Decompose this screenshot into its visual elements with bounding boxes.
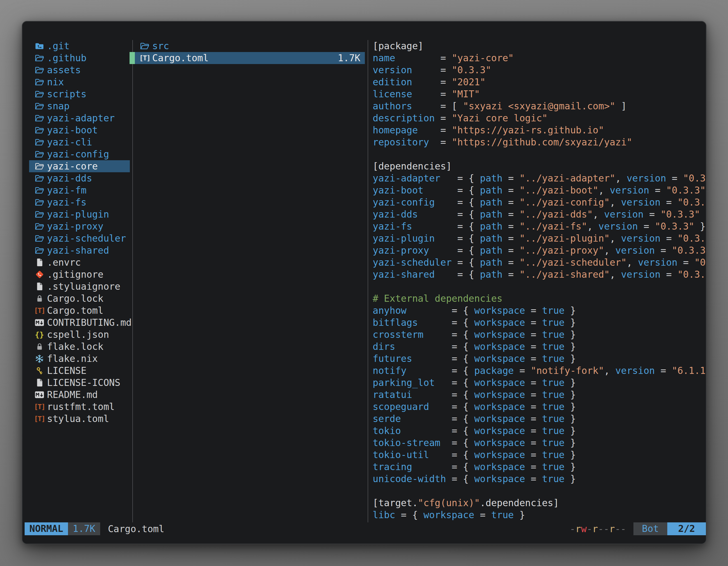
file-name: LICENSE <box>47 365 86 376</box>
preview-line: tokio = { workspace = true } <box>373 425 576 437</box>
preview-line: description = "Yazi core logic" <box>373 112 548 124</box>
sidebar-item-cargo-lock[interactable]: Cargo.lock <box>29 292 130 304</box>
toml-icon: [T] <box>35 414 44 424</box>
markdown-icon <box>35 389 44 400</box>
file-name: flake.nix <box>47 353 98 364</box>
sidebar-item-snap[interactable]: snap <box>29 100 130 112</box>
file-name: yazi-fs <box>47 197 86 208</box>
preview-line: futures = { workspace = true } <box>373 353 576 365</box>
file-name: yazi-cli <box>47 137 92 148</box>
folder-icon <box>35 221 44 232</box>
file-name: yazi-plugin <box>47 209 109 220</box>
pane-divider-left <box>132 40 133 522</box>
lock-icon <box>35 293 44 304</box>
file-name: snap <box>47 101 70 112</box>
sidebar-item-stylua-toml[interactable]: [T]stylua.toml <box>29 413 130 425</box>
folder-icon <box>35 89 44 100</box>
sidebar-item-cspell-json[interactable]: {}cspell.json <box>29 328 130 340</box>
sidebar-item-yazi-cli[interactable]: yazi-cli <box>29 136 130 148</box>
sidebar-item-yazi-shared[interactable]: yazi-shared <box>29 245 130 257</box>
scroll-position-badge: Bot <box>633 522 667 535</box>
folder-icon <box>35 137 44 148</box>
preview-line: yazi-dds = { path = "../yazi-dds", versi… <box>373 208 700 220</box>
folder-icon <box>35 53 44 64</box>
sidebar-item-assets[interactable]: assets <box>29 64 130 76</box>
sidebar-item-yazi-fm[interactable]: yazi-fm <box>29 184 130 196</box>
current-pane-item-src[interactable]: src <box>135 40 365 52</box>
sidebar-item-envrc[interactable]: .envrc <box>29 257 130 269</box>
file-name: yazi-scheduler <box>47 233 126 244</box>
snowflake-icon <box>35 353 44 364</box>
preview-line: unicode-width = { workspace = true } <box>373 473 576 485</box>
preview-line: license = "MIT" <box>373 88 480 100</box>
preview-line: yazi-scheduler = { path = "../yazi-sched… <box>373 257 706 269</box>
file-name: rustfmt.toml <box>47 401 115 412</box>
sidebar-item-nix[interactable]: nix <box>29 76 130 88</box>
sidebar-item-yazi-proxy[interactable]: yazi-proxy <box>29 220 130 233</box>
preview-line: name = "yazi-core" <box>373 52 514 64</box>
folder-icon <box>35 125 44 136</box>
git-icon <box>35 269 44 280</box>
folder-icon <box>35 77 44 88</box>
current-pane-item-cargo-toml[interactable]: [T]Cargo.toml1.7K <box>135 52 365 64</box>
sidebar-item-yazi-dds[interactable]: yazi-dds <box>29 172 130 184</box>
preview-line: dirs = { workspace = true } <box>373 340 576 353</box>
preview-line: anyhow = { workspace = true } <box>373 304 576 316</box>
toml-icon: [T] <box>140 53 149 64</box>
sidebar-item-github[interactable]: .github <box>29 52 130 64</box>
sidebar-item-yazi-plugin[interactable]: yazi-plugin <box>29 208 130 220</box>
file-name: Cargo.toml <box>47 305 104 316</box>
sidebar-item-yazi-config[interactable]: yazi-config <box>29 148 130 160</box>
preview-line: tokio-util = { workspace = true } <box>373 449 576 461</box>
toml-icon: [T] <box>35 305 44 316</box>
preview-line: parking_lot = { workspace = true } <box>373 377 576 389</box>
preview-line: yazi-fs = { path = "../yazi-fs", version… <box>373 220 706 233</box>
preview-line: crossterm = { workspace = true } <box>373 328 576 340</box>
lock-icon <box>35 341 44 352</box>
status-bar: NORMAL 1.7K Cargo.toml -rw-r--r-- Bot 2/… <box>22 522 706 535</box>
file-name: yazi-adapter <box>47 113 115 124</box>
preview-line: [dependencies] <box>373 160 452 172</box>
document-icon <box>35 281 44 292</box>
sidebar-item-scripts[interactable]: scripts <box>29 88 130 100</box>
sidebar-item-readme-md[interactable]: README.md <box>29 389 130 401</box>
folder-icon <box>35 209 44 220</box>
sidebar-item-cargo-toml[interactable]: [T]Cargo.toml <box>29 304 130 316</box>
preview-line: yazi-proxy = { path = "../yazi-proxy", v… <box>373 245 706 257</box>
file-name: assets <box>47 65 81 76</box>
preview-line: edition = "2021" <box>373 76 485 88</box>
folder-icon <box>35 173 44 184</box>
markdown-icon <box>35 317 44 328</box>
file-name: .github <box>47 53 86 64</box>
folder-icon <box>35 161 44 172</box>
sidebar-item-license-icons[interactable]: LICENSE-ICONS <box>29 377 130 389</box>
sidebar-item-flake-nix[interactable]: flake.nix <box>29 353 130 365</box>
preview-line: # External dependencies <box>373 292 502 304</box>
file-name: flake.lock <box>47 341 104 352</box>
cursor-marker <box>130 52 135 64</box>
sidebar-item-yazi-boot[interactable]: yazi-boot <box>29 124 130 136</box>
sidebar-item-gitignore[interactable]: .gitignore <box>29 269 130 281</box>
sidebar-item-flake-lock[interactable]: flake.lock <box>29 340 130 353</box>
folder-icon <box>35 197 44 208</box>
folder-icon <box>35 233 44 244</box>
sidebar-item-styluaignore[interactable]: .styluaignore <box>29 281 130 292</box>
preview-line: authors = [ "sxyazi <sxyazi@gmail.com>" … <box>373 100 627 112</box>
folder-icon <box>35 101 44 112</box>
preview-line: tokio-stream = { workspace = true } <box>373 437 576 449</box>
sidebar-item-yazi-core[interactable]: yazi-core <box>29 160 130 172</box>
sidebar-item-yazi-scheduler[interactable]: yazi-scheduler <box>29 233 130 245</box>
sidebar-item-yazi-fs[interactable]: yazi-fs <box>29 196 130 208</box>
braces-icon: {} <box>35 329 44 340</box>
status-filename: Cargo.toml <box>108 523 165 534</box>
preview-line: yazi-shared = { path = "../yazi-shared",… <box>373 269 706 281</box>
sidebar-item-contributing-md[interactable]: CONTRIBUTING.md <box>29 316 130 328</box>
sidebar-item-yazi-adapter[interactable]: yazi-adapter <box>29 112 130 124</box>
sidebar-item-rustfmt-toml[interactable]: [T]rustfmt.toml <box>29 401 130 413</box>
file-name: Cargo.toml <box>152 53 209 64</box>
sidebar-item-license[interactable]: LICENSE <box>29 365 130 377</box>
file-name: src <box>152 41 169 51</box>
git-folder-icon <box>35 41 44 51</box>
sidebar-item-git[interactable]: .git <box>29 40 130 52</box>
file-preview-pane: [package]name = "yazi-core"version = "0.… <box>373 22 706 542</box>
